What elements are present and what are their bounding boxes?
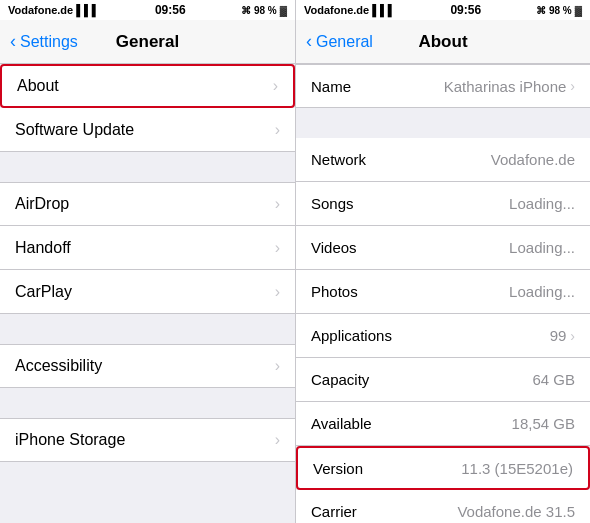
- songs-value: Loading...: [509, 195, 575, 212]
- left-status-right: ⌘ 98 % ▓: [241, 5, 287, 16]
- about-item-version: Version 11.3 (15E5201e): [296, 446, 590, 490]
- right-bluetooth-icon: ⌘: [536, 5, 546, 16]
- group-3: Accessibility ›: [0, 344, 295, 388]
- name-label: Name: [311, 78, 351, 95]
- right-signal-icon: ▌▌▌: [372, 4, 395, 16]
- settings-item-about[interactable]: About ›: [0, 64, 295, 108]
- software-update-label: Software Update: [15, 121, 134, 139]
- right-time: 09:56: [450, 3, 481, 17]
- right-status-left: Vodafone.de ▌▌▌: [304, 4, 396, 16]
- about-item-carrier: Carrier Vodafone.de 31.5: [296, 490, 590, 523]
- left-back-button[interactable]: ‹ Settings: [10, 31, 78, 52]
- iphone-storage-label: iPhone Storage: [15, 431, 125, 449]
- network-value: Vodafone.de: [491, 151, 575, 168]
- photos-value-text: Loading...: [509, 283, 575, 300]
- right-back-chevron-icon: ‹: [306, 31, 312, 52]
- carplay-chevron-icon: ›: [275, 283, 280, 301]
- airdrop-label: AirDrop: [15, 195, 69, 213]
- available-value: 18,54 GB: [512, 415, 575, 432]
- about-label: About: [17, 77, 59, 95]
- left-back-chevron-icon: ‹: [10, 31, 16, 52]
- handoff-chevron-icon: ›: [275, 239, 280, 257]
- settings-item-handoff[interactable]: Handoff ›: [0, 226, 295, 270]
- group-4: iPhone Storage ›: [0, 418, 295, 462]
- right-battery: 98 %: [549, 5, 572, 16]
- left-status-bar: Vodafone.de ▌▌▌ 09:56 ⌘ 98 % ▓: [0, 0, 295, 20]
- videos-value: Loading...: [509, 239, 575, 256]
- right-battery-icon: ▓: [575, 5, 582, 16]
- software-update-chevron-icon: ›: [275, 121, 280, 139]
- left-carrier: Vodafone.de: [8, 4, 73, 16]
- name-value: Katharinas iPhone ›: [444, 78, 575, 95]
- right-status-right: ⌘ 98 % ▓: [536, 5, 582, 16]
- accessibility-label: Accessibility: [15, 357, 102, 375]
- about-item-videos: Videos Loading...: [296, 226, 590, 270]
- carplay-label: CarPlay: [15, 283, 72, 301]
- left-settings-list: About › Software Update › AirDrop › Hand…: [0, 64, 295, 523]
- available-value-text: 18,54 GB: [512, 415, 575, 432]
- right-back-label: General: [316, 33, 373, 51]
- about-item-photos: Photos Loading...: [296, 270, 590, 314]
- right-nav-title: About: [418, 32, 467, 52]
- version-value: 11.3 (15E5201e): [461, 460, 573, 477]
- left-bluetooth-icon: ⌘: [241, 5, 251, 16]
- left-nav-bar: ‹ Settings General: [0, 20, 295, 64]
- capacity-value-text: 64 GB: [532, 371, 575, 388]
- settings-item-airdrop[interactable]: AirDrop ›: [0, 182, 295, 226]
- version-value-text: 11.3 (15E5201e): [461, 460, 573, 477]
- left-battery: 98 %: [254, 5, 277, 16]
- left-time: 09:56: [155, 3, 186, 17]
- right-status-bar: Vodafone.de ▌▌▌ 09:56 ⌘ 98 % ▓: [296, 0, 590, 20]
- applications-value: 99 ›: [550, 327, 575, 344]
- version-label: Version: [313, 460, 363, 477]
- separator-3: [0, 388, 295, 418]
- name-chevron-icon: ›: [570, 78, 575, 94]
- network-value-text: Vodafone.de: [491, 151, 575, 168]
- settings-item-software-update[interactable]: Software Update ›: [0, 108, 295, 152]
- about-item-applications[interactable]: Applications 99 ›: [296, 314, 590, 358]
- airdrop-chevron-icon: ›: [275, 195, 280, 213]
- separator-1: [0, 152, 295, 182]
- settings-item-carplay[interactable]: CarPlay ›: [0, 270, 295, 314]
- capacity-value: 64 GB: [532, 371, 575, 388]
- about-item-name[interactable]: Name Katharinas iPhone ›: [296, 64, 590, 108]
- carrier-value-text: Vodafone.de 31.5: [457, 503, 575, 520]
- right-carrier: Vodafone.de: [304, 4, 369, 16]
- available-label: Available: [311, 415, 372, 432]
- applications-value-text: 99: [550, 327, 567, 344]
- carrier-value: Vodafone.de 31.5: [457, 503, 575, 520]
- left-status-left: Vodafone.de ▌▌▌: [8, 4, 100, 16]
- capacity-label: Capacity: [311, 371, 369, 388]
- group-2: AirDrop › Handoff › CarPlay ›: [0, 182, 295, 314]
- group-1: About › Software Update ›: [0, 64, 295, 152]
- left-battery-icon: ▓: [280, 5, 287, 16]
- about-item-available: Available 18,54 GB: [296, 402, 590, 446]
- videos-value-text: Loading...: [509, 239, 575, 256]
- settings-item-iphone-storage[interactable]: iPhone Storage ›: [0, 418, 295, 462]
- left-back-label: Settings: [20, 33, 78, 51]
- iphone-storage-chevron-icon: ›: [275, 431, 280, 449]
- about-item-capacity: Capacity 64 GB: [296, 358, 590, 402]
- network-label: Network: [311, 151, 366, 168]
- right-nav-bar: ‹ General About: [296, 20, 590, 64]
- right-panel: Vodafone.de ▌▌▌ 09:56 ⌘ 98 % ▓ ‹ General…: [295, 0, 590, 523]
- about-chevron-icon: ›: [273, 77, 278, 95]
- songs-value-text: Loading...: [509, 195, 575, 212]
- photos-value: Loading...: [509, 283, 575, 300]
- videos-label: Videos: [311, 239, 357, 256]
- about-item-network: Network Vodafone.de: [296, 138, 590, 182]
- songs-label: Songs: [311, 195, 354, 212]
- right-back-button[interactable]: ‹ General: [306, 31, 373, 52]
- left-panel: Vodafone.de ▌▌▌ 09:56 ⌘ 98 % ▓ ‹ Setting…: [0, 0, 295, 523]
- left-signal-icon: ▌▌▌: [76, 4, 99, 16]
- carrier-label: Carrier: [311, 503, 357, 520]
- left-nav-title: General: [116, 32, 179, 52]
- applications-chevron-icon: ›: [570, 328, 575, 344]
- name-value-text: Katharinas iPhone: [444, 78, 567, 95]
- settings-item-accessibility[interactable]: Accessibility ›: [0, 344, 295, 388]
- about-item-songs: Songs Loading...: [296, 182, 590, 226]
- about-list: Name Katharinas iPhone › Network Vodafon…: [296, 64, 590, 523]
- about-separator-1: [296, 108, 590, 138]
- accessibility-chevron-icon: ›: [275, 357, 280, 375]
- applications-label: Applications: [311, 327, 392, 344]
